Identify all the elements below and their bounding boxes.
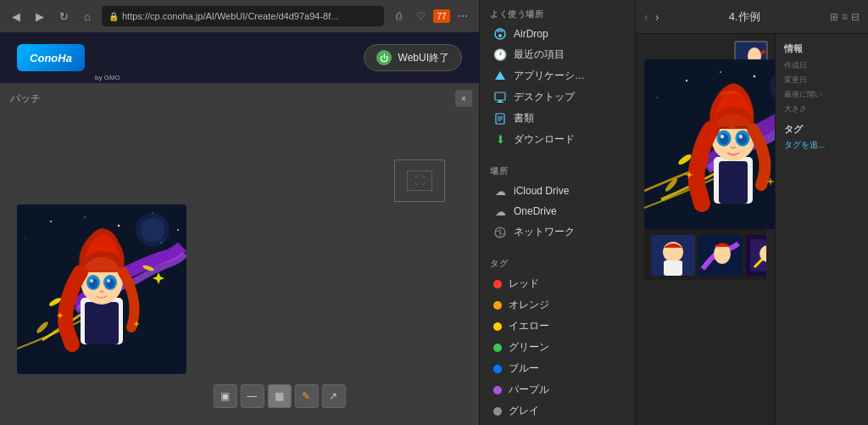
tag-dot-green	[493, 344, 502, 352]
tag-red-label: レッド	[509, 277, 539, 291]
screenshare-icon[interactable]: ⎙	[389, 7, 408, 25]
svg-rect-68	[664, 260, 682, 276]
svg-point-57	[738, 134, 748, 145]
sidebar-item-downloads[interactable]: ⬇ ダウンロード	[483, 129, 632, 150]
sidebar-item-network[interactable]: ネットワーク	[483, 221, 632, 243]
extensions-icon[interactable]: 77	[433, 9, 450, 23]
thumbnail-3[interactable]	[746, 235, 766, 276]
svg-point-55	[721, 135, 724, 138]
sidebar-tag-gray[interactable]: グレイ	[483, 400, 632, 422]
recent-icon: 🕐	[493, 48, 507, 62]
webui-button[interactable]: ⏻ WebUI終了	[364, 44, 462, 71]
close-canvas-button[interactable]: ×	[455, 90, 472, 107]
finder-title: 4.作例	[665, 9, 823, 25]
finder-forward-button[interactable]: ›	[655, 10, 659, 24]
tag-orange-label: オレンジ	[509, 298, 549, 312]
sidebar-item-docs[interactable]: 書類	[483, 108, 632, 129]
lastopen-label: 最後に開い	[784, 89, 860, 100]
home-button[interactable]: ⌂	[78, 7, 97, 25]
bookmark-icon[interactable]: ♡	[411, 7, 430, 25]
back-button[interactable]: ◀	[7, 7, 25, 25]
tool-line[interactable]: —	[240, 384, 264, 408]
airdrop-icon	[493, 27, 507, 41]
sidebar-tag-yellow[interactable]: イエロー	[483, 316, 632, 337]
sidebar-tag-all[interactable]: すべてのタグ…	[483, 422, 632, 425]
tool-draw[interactable]: ✎	[294, 384, 318, 408]
desktop-label: デスクトップ	[514, 90, 575, 104]
view-column-btn[interactable]: ⊟	[851, 11, 860, 23]
svg-rect-51	[719, 161, 748, 204]
tag-green-label: グリーン	[509, 340, 549, 355]
sidebar-item-apps[interactable]: アプリケーシ…	[483, 65, 632, 87]
info-row-created: 作成日	[784, 60, 860, 71]
icloud-label: iCloud Drive	[514, 185, 569, 197]
sidebar-tag-red[interactable]: レッド	[483, 273, 632, 294]
address-bar[interactable]: 🔒 https://cp.conoha.jp/AI/WebUI/Create/d…	[102, 6, 384, 26]
svg-point-28	[498, 34, 502, 37]
menu-icon[interactable]: ⋯	[453, 7, 472, 25]
sidebar-item-recent[interactable]: 🕐 最近の項目	[483, 44, 632, 65]
svg-point-58	[739, 135, 743, 138]
sidebar-tag-green[interactable]: グリーン	[483, 337, 632, 358]
tag-dot-gray	[493, 407, 502, 416]
thumbnail-1[interactable]	[651, 235, 695, 276]
sidebar-item-desktop[interactable]: デスクトップ	[483, 87, 632, 108]
sidebar-tag-orange[interactable]: オレンジ	[483, 294, 632, 316]
svg-point-20	[107, 279, 110, 282]
browser-window: ◀ ▶ ↻ ⌂ 🔒 https://cp.conoha.jp/AI/WebUI/…	[0, 0, 479, 425]
view-list-btn[interactable]: ≡	[842, 11, 848, 23]
apps-icon	[493, 70, 507, 83]
airdrop-label: AirDrop	[514, 28, 548, 40]
sidebar-item-onedrive[interactable]: ☁ OneDrive	[483, 201, 632, 221]
svg-point-43	[754, 75, 756, 78]
tool-grid[interactable]: ▦	[267, 384, 291, 408]
svg-point-8	[25, 238, 25, 238]
thumbnail-2[interactable]	[698, 235, 743, 276]
sidebar-item-icloud[interactable]: ☁ iCloud Drive	[483, 181, 632, 201]
tag-purple-label: パープル	[509, 383, 549, 397]
svg-point-7	[177, 229, 179, 231]
view-icon-btn[interactable]: ⊞	[830, 11, 838, 23]
browser-toolbar: ◀ ▶ ↻ ⌂ 🔒 https://cp.conoha.jp/AI/WebUI/…	[0, 0, 479, 32]
network-label: ネットワーク	[514, 225, 575, 239]
downloads-label: ダウンロード	[514, 132, 575, 147]
tag-dot-yellow	[493, 322, 502, 331]
download-icon: ⬇	[493, 133, 507, 147]
svg-rect-31	[497, 102, 504, 103]
canvas-main-image	[17, 204, 186, 374]
forward-button[interactable]: ▶	[31, 7, 49, 25]
sidebar-tag-blue[interactable]: ブルー	[483, 358, 632, 379]
finder-right-panel: ‹ › 4.作例 ⊞ ≡ ⊟	[636, 0, 868, 425]
image-placeholder-icon: ⛶	[394, 159, 445, 202]
finder-sidebar: よく使う場所 AirDrop 🕐 最近の項目 アプリケーシ… デスクトップ 書類…	[479, 0, 636, 425]
info-row-modified: 変更日	[784, 75, 860, 86]
svg-point-46	[656, 97, 657, 98]
canvas-label: バッチ	[10, 92, 41, 106]
canvas-toolbar: ▣ — ▦ ✎ ↗	[213, 384, 345, 408]
svg-text:⛶: ⛶	[415, 175, 425, 187]
finder-back-button[interactable]: ‹	[644, 10, 648, 24]
tag-dot-blue	[493, 365, 502, 373]
favorites-section-label: よく使う場所	[480, 0, 635, 24]
tool-arrow[interactable]: ↗	[321, 384, 345, 408]
tag-gray-label: グレイ	[509, 404, 539, 418]
docs-icon	[493, 112, 507, 126]
sidebar-item-airdrop[interactable]: AirDrop	[483, 24, 632, 44]
created-label: 作成日	[784, 60, 860, 71]
svg-point-4	[84, 216, 86, 218]
onedrive-icon: ☁	[493, 204, 507, 218]
tag-dot-orange	[493, 301, 502, 310]
tag-add-button[interactable]: タグを追...	[784, 139, 860, 151]
info-row-size: 大きさ	[784, 103, 860, 115]
finder-right-toolbar: ‹ › 4.作例 ⊞ ≡ ⊟	[636, 0, 868, 34]
power-icon: ⏻	[376, 50, 392, 65]
toolbar-icons: ⎙ ♡ 77 ⋯	[389, 7, 472, 25]
svg-rect-29	[495, 92, 505, 100]
svg-rect-13	[85, 302, 119, 344]
size-label: 大きさ	[784, 103, 860, 115]
finder-main-area: ↺ 反時計回り	[636, 34, 775, 425]
sidebar-tag-purple[interactable]: パープル	[483, 379, 632, 400]
modified-label: 変更日	[784, 75, 860, 86]
tool-select[interactable]: ▣	[213, 384, 236, 408]
refresh-button[interactable]: ↻	[54, 7, 73, 25]
